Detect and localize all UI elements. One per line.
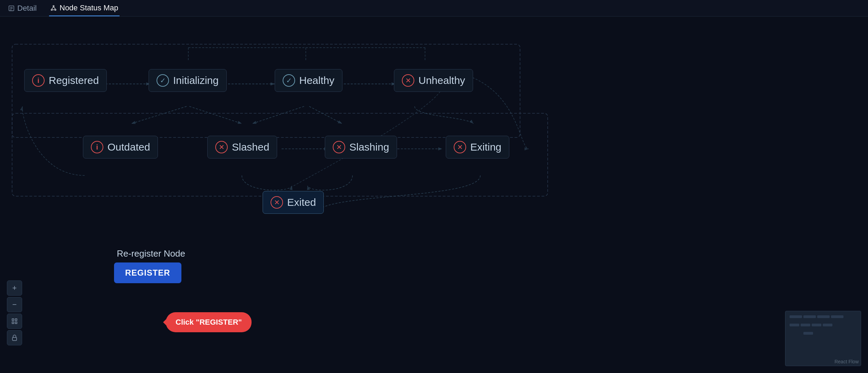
node-registered[interactable]: i Registered — [24, 69, 107, 92]
node-unhealthy[interactable]: ✕ Unhealthy — [394, 69, 473, 92]
tooltip-label: Re-register Node — [117, 248, 185, 259]
info-icon-registered: i — [32, 74, 45, 87]
check-icon-healthy: ✓ — [283, 74, 295, 87]
tab-node-status-map[interactable]: Node Status Map — [49, 0, 120, 16]
svg-rect-20 — [12, 322, 14, 324]
node-healthy-label: Healthy — [299, 75, 334, 86]
node-slashed-label: Slashed — [232, 141, 269, 153]
info-icon-outdated: i — [91, 141, 103, 153]
fit-view-button[interactable] — [7, 314, 22, 329]
x-icon-slashing: ✕ — [333, 141, 345, 153]
node-registered-label: Registered — [49, 75, 99, 86]
detail-icon — [8, 5, 15, 11]
zoom-out-button[interactable]: − — [7, 297, 22, 312]
x-icon-exited: ✕ — [271, 196, 283, 209]
node-exited[interactable]: ✕ Exited — [263, 191, 324, 214]
svg-rect-19 — [15, 319, 17, 321]
node-exited-label: Exited — [287, 197, 316, 208]
node-exiting[interactable]: ✕ Exiting — [446, 136, 509, 159]
network-icon — [50, 5, 57, 11]
node-outdated-label: Outdated — [107, 141, 150, 153]
node-outdated[interactable]: i Outdated — [83, 136, 158, 159]
tab-detail[interactable]: Detail — [7, 0, 38, 16]
click-hint-bubble: Click "REGISTER" — [166, 312, 252, 332]
node-slashing-label: Slashing — [349, 141, 389, 153]
register-button[interactable]: REGISTER — [114, 262, 181, 283]
lock-button[interactable] — [7, 330, 22, 345]
x-icon-unhealthy: ✕ — [402, 74, 414, 87]
map-controls: + − — [7, 280, 22, 345]
node-exiting-label: Exiting — [470, 141, 501, 153]
node-slashed[interactable]: ✕ Slashed — [207, 136, 277, 159]
svg-rect-18 — [12, 319, 14, 321]
node-initializing-label: Initializing — [173, 75, 219, 86]
check-icon-initializing: ✓ — [157, 74, 169, 87]
zoom-in-button[interactable]: + — [7, 280, 22, 296]
node-slashing[interactable]: ✕ Slashing — [325, 136, 397, 159]
svg-point-5 — [51, 9, 53, 10]
svg-rect-22 — [12, 337, 17, 341]
svg-line-7 — [52, 7, 54, 9]
svg-point-6 — [55, 9, 56, 10]
tooltip-container: Re-register Node REGISTER — [114, 248, 185, 283]
svg-point-4 — [53, 5, 54, 7]
minimap: React Flow — [785, 311, 861, 366]
x-icon-slashed: ✕ — [215, 141, 228, 153]
node-initializing[interactable]: ✓ Initializing — [149, 69, 227, 92]
svg-line-8 — [54, 7, 55, 9]
tab-detail-label: Detail — [17, 4, 37, 13]
canvas: i Registered ✓ Initializing ✓ Healthy ✕ … — [0, 17, 868, 373]
svg-rect-21 — [15, 322, 17, 324]
node-healthy[interactable]: ✓ Healthy — [275, 69, 342, 92]
minimap-label: React Flow — [834, 359, 859, 364]
x-icon-exiting: ✕ — [454, 141, 466, 153]
top-nav: Detail Node Status Map — [0, 0, 868, 17]
node-unhealthy-label: Unhealthy — [418, 75, 465, 86]
tab-node-status-map-label: Node Status Map — [59, 3, 118, 12]
